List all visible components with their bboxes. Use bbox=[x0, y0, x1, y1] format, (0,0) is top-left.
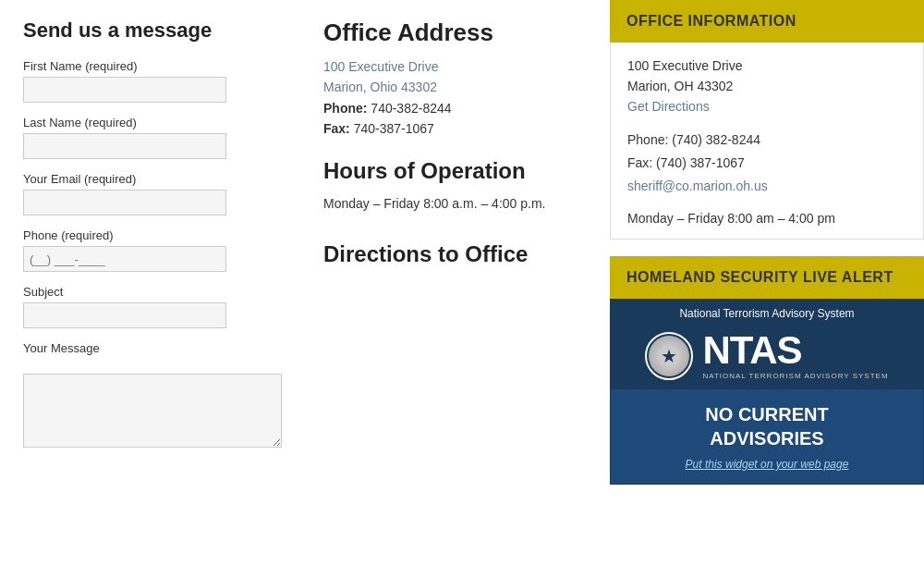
subject-input[interactable] bbox=[23, 302, 226, 328]
no-current-line1: NO CURRENT bbox=[620, 402, 914, 426]
office-fax: Fax: 740-387-1067 bbox=[323, 118, 582, 139]
seal-star-icon: ★ bbox=[661, 345, 677, 367]
phone-label: Phone (required) bbox=[23, 228, 273, 242]
ntas-logo-area: ★ NTAS NATIONAL TERRORISM ADVISORY SYSTE… bbox=[611, 324, 923, 389]
fax-label-text: Fax: bbox=[323, 121, 350, 136]
email-input[interactable] bbox=[23, 190, 226, 215]
phone-number-text: 740-382-8244 bbox=[371, 101, 451, 116]
phone-label-text: Phone: bbox=[323, 101, 367, 116]
ntas-top-bar: National Terrorism Advisory System bbox=[611, 300, 923, 324]
message-label: Your Message bbox=[23, 341, 273, 355]
phone-group: Phone (required) bbox=[23, 228, 273, 272]
widget-column: OFFICE INFORMATION 100 Executive Drive M… bbox=[610, 0, 924, 578]
get-directions-link[interactable]: Get Directions bbox=[627, 99, 906, 114]
first-name-group: First Name (required) bbox=[23, 59, 273, 103]
dhs-seal: ★ bbox=[645, 332, 693, 380]
office-info-column: Office Address 100 Executive Drive Mario… bbox=[296, 0, 610, 578]
last-name-label: Last Name (required) bbox=[23, 116, 273, 129]
ntas-text-block: NTAS NATIONAL TERRORISM ADVISORY SYSTEM bbox=[702, 331, 888, 380]
no-current-line2: ADVISORIES bbox=[620, 426, 914, 450]
widget-phone: Phone: (740) 382-8244 bbox=[627, 129, 906, 152]
directions-title: Directions to Office bbox=[323, 241, 582, 267]
email-label: Your Email (required) bbox=[23, 172, 273, 186]
widget-fax: Fax: (740) 387-1067 bbox=[627, 152, 906, 175]
first-name-label: First Name (required) bbox=[23, 59, 273, 73]
message-group: Your Message bbox=[23, 341, 273, 450]
ntas-sub-text: NATIONAL TERRORISM ADVISORY SYSTEM bbox=[702, 372, 888, 380]
page-layout: Send us a message First Name (required) … bbox=[0, 0, 924, 578]
widget-contact-block: Phone: (740) 382-8244 Fax: (740) 387-106… bbox=[627, 129, 906, 199]
address-title: Office Address bbox=[323, 18, 582, 47]
subject-label: Subject bbox=[23, 285, 273, 299]
hours-title: Hours of Operation bbox=[323, 158, 582, 184]
office-phone: Phone: 740-382-8244 bbox=[323, 98, 582, 118]
homeland-security-header: HOMELAND SECURITY LIVE ALERT bbox=[610, 256, 924, 299]
contact-form-column: Send us a message First Name (required) … bbox=[0, 0, 296, 578]
fax-number-text: 740-387-1067 bbox=[354, 121, 434, 136]
email-group: Your Email (required) bbox=[23, 172, 273, 215]
seal-inner: ★ bbox=[649, 336, 689, 376]
first-name-input[interactable] bbox=[23, 77, 226, 103]
office-info-widget-body: 100 Executive Drive Marion, OH 43302 Get… bbox=[610, 43, 924, 240]
address-block: 100 Executive Drive Marion, Ohio 43302 P… bbox=[323, 56, 582, 140]
phone-input[interactable] bbox=[23, 246, 226, 272]
address-line2: Marion, Ohio 43302 bbox=[323, 77, 582, 97]
widget-hours: Monday – Friday 8:00 am – 4:00 pm bbox=[627, 211, 906, 226]
last-name-input[interactable] bbox=[23, 133, 226, 159]
message-textarea[interactable] bbox=[23, 374, 282, 448]
form-title: Send us a message bbox=[23, 18, 273, 43]
widget-email[interactable]: sheriff@co.marion.oh.us bbox=[627, 178, 768, 193]
widget-addr-line1: 100 Executive Drive bbox=[627, 55, 906, 76]
ntas-acronym-text: NTAS bbox=[702, 331, 888, 370]
office-info-widget-header: OFFICE INFORMATION bbox=[610, 0, 924, 43]
widget-link[interactable]: Put this widget on your web page bbox=[620, 458, 914, 471]
hours-text: Monday – Friday 8:00 a.m. – 4:00 p.m. bbox=[323, 193, 582, 214]
ntas-widget: National Terrorism Advisory System ★ NTA… bbox=[610, 299, 924, 485]
address-line1: 100 Executive Drive bbox=[323, 56, 582, 77]
widget-addr-line2: Marion, OH 43302 bbox=[627, 76, 906, 96]
ntas-bottom-section: NO CURRENT ADVISORIES Put this widget on… bbox=[611, 389, 923, 484]
no-current-text: NO CURRENT ADVISORIES bbox=[620, 402, 914, 450]
last-name-group: Last Name (required) bbox=[23, 116, 273, 159]
subject-group: Subject bbox=[23, 285, 273, 328]
